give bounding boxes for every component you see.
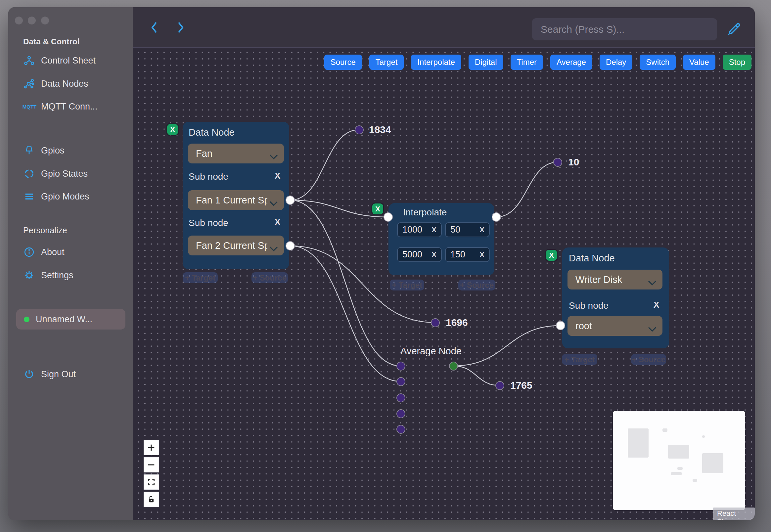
sidebar-section-personalize: Personalize: [23, 226, 67, 235]
average-target-handle-2[interactable]: [396, 377, 405, 386]
select-value: Fan 1 Current Spe: [196, 195, 267, 206]
clear-value-button[interactable]: X: [479, 250, 484, 259]
clear-value-button[interactable]: X: [431, 226, 436, 234]
chevron-down-icon: [269, 151, 278, 162]
fan-sub1-select[interactable]: Fan 1 Current Spe: [188, 190, 284, 210]
interpolate-node[interactable]: Interpolate 1000 X 50 X 5000 X 150 X: [388, 203, 494, 275]
chevron-down-icon: [269, 243, 278, 254]
add-interpolate-node-button[interactable]: Interpolate: [411, 55, 461, 70]
zoom-in-button[interactable]: [144, 440, 159, 455]
sidebar-item-label: Settings: [41, 270, 73, 281]
add-timer-node-button[interactable]: Timer: [511, 55, 543, 70]
value-dot-1765[interactable]: [495, 381, 504, 390]
interpolate-add-source-button[interactable]: + Source: [458, 280, 495, 290]
value-dot-10[interactable]: [553, 158, 562, 167]
sidebar-item-label: MQTT Conn...: [41, 102, 98, 112]
subnode-label: Sub node: [569, 300, 609, 311]
interpolate-add-target-button[interactable]: + Target: [390, 280, 424, 290]
fan-sub2-source-handle[interactable]: [286, 241, 295, 250]
delete-writer-node-button[interactable]: X: [546, 250, 557, 261]
react-flow-attribution[interactable]: React Flow: [713, 508, 755, 520]
sidebar-item-settings[interactable]: Settings: [23, 268, 73, 283]
add-value-node-button[interactable]: Value: [683, 55, 715, 70]
minus-icon: [147, 460, 156, 469]
fan-sub2-select[interactable]: Fan 2 Current Spe: [188, 236, 284, 255]
select-value: root: [575, 321, 592, 332]
remove-subnode-button[interactable]: X: [275, 171, 280, 181]
clear-value-button[interactable]: X: [479, 226, 484, 234]
minimize-window-button[interactable]: [28, 17, 36, 24]
delete-fan-node-button[interactable]: X: [167, 124, 178, 135]
pin-icon: [23, 145, 35, 156]
edit-pencil-icon[interactable]: [727, 21, 742, 36]
writer-target-handle[interactable]: [556, 321, 565, 330]
minimap-node: [693, 479, 697, 482]
add-average-node-button[interactable]: Average: [550, 55, 592, 70]
input-value: 1000: [402, 225, 422, 235]
minimap-node: [668, 445, 689, 459]
average-target-handle-3[interactable]: [396, 393, 405, 402]
sidebar-item-gpio-modes[interactable]: Gpio Modes: [23, 189, 89, 204]
sidebar-item-control-sheet[interactable]: Control Sheet: [23, 53, 96, 68]
average-source-handle[interactable]: [449, 362, 458, 371]
average-node-title: Average Node: [399, 346, 463, 357]
writer-data-node[interactable]: Data Node Writer Disk Sub node X root: [562, 247, 669, 348]
fan-device-select[interactable]: Fan: [188, 144, 284, 163]
close-window-button[interactable]: [15, 17, 23, 24]
sidebar-item-gpios[interactable]: Gpios: [23, 143, 65, 158]
interpolate-input-3[interactable]: 5000 X: [397, 247, 442, 262]
lock-toggle-button[interactable]: [144, 492, 159, 507]
active-workflow-row[interactable]: Unnamed W...: [23, 312, 92, 327]
minimap[interactable]: [613, 411, 745, 510]
writer-sub-select[interactable]: root: [567, 316, 662, 336]
fit-view-button[interactable]: [144, 474, 159, 490]
fit-view-icon: [147, 478, 156, 486]
value-dot-1696[interactable]: [431, 318, 440, 327]
writer-add-target-button[interactable]: + Target: [562, 354, 597, 365]
sidebar-section-data-control: Data & Control: [23, 37, 80, 46]
remove-subnode-button[interactable]: X: [654, 300, 659, 310]
add-switch-node-button[interactable]: Switch: [640, 55, 676, 70]
fan-add-target-button[interactable]: + Target: [183, 272, 218, 283]
sidebar-item-gpio-states[interactable]: Gpio States: [23, 166, 88, 181]
average-target-handle-5[interactable]: [396, 425, 405, 434]
interpolate-input-2[interactable]: 50 X: [445, 222, 490, 237]
zoom-out-button[interactable]: [144, 457, 159, 472]
sidebar: Data & Control Control Sheet Data Nodes: [8, 7, 133, 520]
remove-subnode-button[interactable]: X: [275, 217, 280, 227]
interpolate-input-4[interactable]: 150 X: [445, 247, 490, 262]
interpolate-target-handle[interactable]: [384, 212, 393, 222]
fan-add-source-button[interactable]: + Source: [251, 272, 288, 283]
value-dot-1834[interactable]: [355, 125, 364, 134]
subnode-label: Sub node: [189, 171, 228, 182]
minimap-node: [702, 453, 723, 473]
interpolate-input-1[interactable]: 1000 X: [397, 222, 442, 237]
minimap-node: [671, 472, 682, 475]
subnode-label: Sub node: [189, 218, 228, 228]
back-button[interactable]: [147, 21, 162, 35]
search-input[interactable]: [532, 18, 717, 40]
average-target-handle-1[interactable]: [396, 362, 405, 371]
forward-button[interactable]: [173, 21, 188, 35]
average-target-handle-4[interactable]: [396, 409, 405, 418]
add-digital-node-button[interactable]: Digital: [469, 55, 503, 70]
add-source-node-button[interactable]: Source: [324, 55, 362, 70]
interpolate-source-handle[interactable]: [492, 212, 501, 222]
sidebar-item-label: Unnamed W...: [36, 314, 92, 325]
fan-data-node[interactable]: Data Node Fan Sub node X Fan 1 Current S…: [183, 122, 289, 269]
add-delay-node-button[interactable]: Delay: [600, 55, 632, 70]
minimap-node: [677, 467, 683, 470]
sidebar-item-mqtt[interactable]: MQTT MQTT Conn...: [23, 99, 98, 114]
sidebar-item-sign-out[interactable]: Sign Out: [23, 367, 76, 381]
stop-button[interactable]: Stop: [723, 55, 751, 70]
writer-device-select[interactable]: Writer Disk: [567, 270, 662, 289]
add-target-node-button[interactable]: Target: [369, 55, 404, 70]
flow-controls: [144, 440, 159, 507]
writer-add-source-button[interactable]: + Source: [631, 354, 666, 365]
sidebar-item-data-nodes[interactable]: Data Nodes: [23, 76, 88, 91]
zoom-window-button[interactable]: [41, 17, 49, 24]
sidebar-item-about[interactable]: About: [23, 245, 65, 259]
clear-value-button[interactable]: X: [431, 250, 436, 259]
fan-sub1-source-handle[interactable]: [286, 196, 295, 205]
delete-interpolate-node-button[interactable]: X: [372, 203, 383, 214]
